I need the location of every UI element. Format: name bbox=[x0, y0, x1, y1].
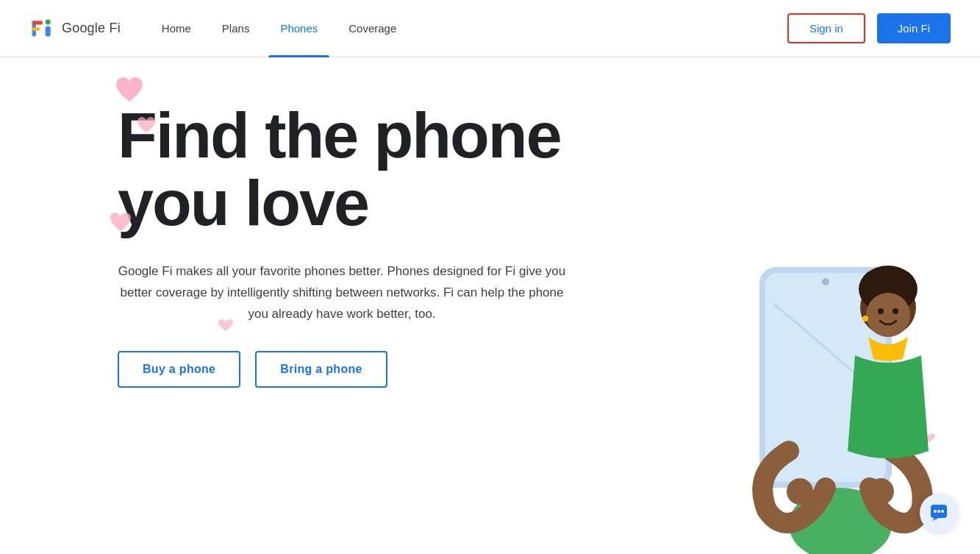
logo[interactable]: Google Fi bbox=[29, 15, 121, 42]
nav-item-phones[interactable]: Phones bbox=[268, 0, 329, 57]
sign-in-button[interactable]: Sign in bbox=[787, 13, 865, 43]
heart-midleft bbox=[109, 212, 132, 232]
svg-point-20 bbox=[937, 510, 940, 513]
svg-point-11 bbox=[868, 478, 894, 505]
hero-section: Find the phone you love Google Fi makes … bbox=[0, 57, 980, 554]
svg-point-14 bbox=[866, 293, 910, 337]
join-fi-button[interactable]: Join Fi bbox=[877, 13, 951, 43]
svg-point-10 bbox=[787, 478, 813, 505]
svg-point-21 bbox=[941, 510, 944, 513]
google-fi-logo-icon bbox=[29, 15, 56, 42]
nav-item-coverage[interactable]: Coverage bbox=[337, 0, 408, 57]
buy-phone-button[interactable]: Buy a phone bbox=[118, 351, 240, 388]
hero-title: Find the phone you love bbox=[118, 102, 669, 238]
header: Google Fi Home Plans Phones Coverage Sig… bbox=[0, 0, 980, 57]
svg-point-3 bbox=[46, 19, 51, 24]
logo-text: Google Fi bbox=[62, 21, 121, 36]
svg-point-15 bbox=[878, 308, 884, 314]
heart-topleft-1 bbox=[114, 76, 145, 104]
nav-item-home[interactable]: Home bbox=[150, 0, 203, 57]
chat-icon bbox=[929, 503, 948, 522]
svg-rect-1 bbox=[32, 21, 43, 24]
svg-point-7 bbox=[822, 278, 829, 285]
svg-point-16 bbox=[893, 308, 898, 314]
main-nav: Home Plans Phones Coverage bbox=[150, 0, 787, 57]
heart-bottomleft bbox=[218, 319, 234, 333]
heart-topleft-2 bbox=[136, 116, 157, 134]
svg-rect-4 bbox=[46, 26, 51, 36]
header-actions: Sign in Join Fi bbox=[787, 13, 951, 43]
svg-point-19 bbox=[934, 510, 937, 513]
nav-item-plans[interactable]: Plans bbox=[210, 0, 262, 57]
hero-description: Google Fi makes all your favorite phones… bbox=[118, 261, 566, 325]
chat-button[interactable] bbox=[920, 494, 958, 532]
svg-point-17 bbox=[862, 316, 868, 322]
svg-rect-2 bbox=[32, 27, 40, 31]
bring-phone-button[interactable]: Bring a phone bbox=[255, 351, 387, 388]
